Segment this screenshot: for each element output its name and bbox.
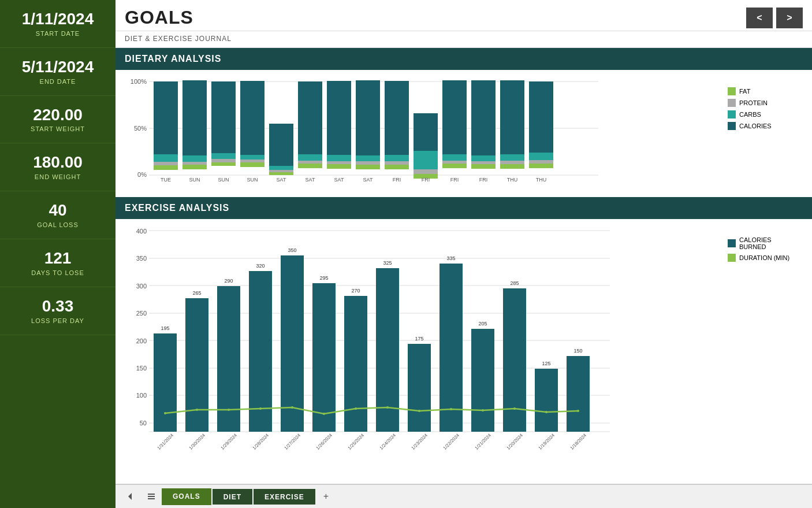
svg-rect-24 <box>240 162 265 167</box>
svg-text:1/27/2024: 1/27/2024 <box>284 432 302 450</box>
svg-point-139 <box>291 406 293 409</box>
sidebar-goal-loss: 40 GOAL LOSS <box>0 191 116 239</box>
hamburger-icon[interactable] <box>141 488 162 505</box>
tab-goals[interactable]: GOALS <box>162 488 211 505</box>
svg-rect-18 <box>211 159 236 162</box>
svg-point-148 <box>577 410 579 412</box>
svg-rect-33 <box>298 161 322 164</box>
duration-legend-box <box>728 254 736 262</box>
svg-rect-39 <box>327 164 351 169</box>
legend-calories-burned: CALORIESBURNED <box>728 236 797 250</box>
nav-next-button[interactable]: > <box>776 8 803 28</box>
svg-rect-73 <box>529 160 553 164</box>
svg-text:TUE: TUE <box>161 177 171 183</box>
svg-text:1/23/2024: 1/23/2024 <box>411 432 429 450</box>
svg-text:FRI: FRI <box>422 177 430 183</box>
tab-bar: GOALS DIET EXERCISE + <box>116 484 812 508</box>
carbs-legend-label: CARBS <box>739 111 761 118</box>
nav-prev-button[interactable]: < <box>746 8 773 28</box>
start-date-label: START DATE <box>6 30 110 37</box>
svg-rect-38 <box>327 161 351 164</box>
svg-rect-22 <box>240 155 265 160</box>
svg-text:SUN: SUN <box>247 177 258 183</box>
tab-exercise[interactable]: EXERCISE <box>254 489 315 505</box>
svg-text:1/25/2024: 1/25/2024 <box>347 432 366 450</box>
start-weight-value: 220.00 <box>6 106 110 124</box>
svg-rect-9 <box>154 165 178 170</box>
svg-text:1/28/2024: 1/28/2024 <box>252 432 270 450</box>
svg-text:175: 175 <box>415 336 423 342</box>
svg-point-146 <box>513 407 516 410</box>
svg-text:1/19/2024: 1/19/2024 <box>538 432 556 450</box>
svg-text:265: 265 <box>192 290 201 296</box>
app-container: 1/11/2024 START DATE 5/11/2024 END DATE … <box>0 0 812 508</box>
svg-rect-47 <box>385 155 409 161</box>
legend-fat: FAT <box>728 87 797 95</box>
journal-label: DIET & EXERCISE JOURNAL <box>116 31 812 48</box>
svg-marker-149 <box>128 493 132 500</box>
svg-rect-43 <box>356 161 380 165</box>
svg-rect-72 <box>529 153 553 160</box>
svg-rect-48 <box>385 161 409 165</box>
tab-diet[interactable]: DIET <box>213 489 252 505</box>
svg-rect-13 <box>182 162 207 165</box>
svg-rect-31 <box>298 81 322 154</box>
svg-rect-66 <box>500 80 524 154</box>
loss-per-day-value: 0.33 <box>6 298 110 316</box>
svg-text:100%: 100% <box>131 78 147 85</box>
svg-point-142 <box>386 406 389 409</box>
protein-legend-box <box>728 99 736 107</box>
fat-legend-label: FAT <box>739 88 750 95</box>
svg-rect-42 <box>356 155 380 161</box>
svg-point-147 <box>545 411 547 413</box>
svg-rect-61 <box>471 80 496 155</box>
svg-rect-21 <box>240 81 265 155</box>
scroll-left-icon[interactable] <box>120 488 141 505</box>
svg-text:250: 250 <box>136 310 147 317</box>
calories-burned-legend-box <box>728 239 736 247</box>
calories-legend-box <box>728 122 736 130</box>
svg-text:270: 270 <box>351 288 360 294</box>
calories-legend-label: CALORIES <box>739 123 772 129</box>
dietary-chart-svg: 100% 50% 0% <box>125 76 598 186</box>
svg-text:125: 125 <box>542 361 550 366</box>
svg-rect-69 <box>500 164 524 169</box>
svg-rect-53 <box>414 169 438 174</box>
svg-text:195: 195 <box>161 325 169 331</box>
svg-text:200: 200 <box>136 338 147 344</box>
legend-carbs: CARBS <box>728 110 797 118</box>
carbs-legend-box <box>728 110 736 118</box>
svg-rect-129 <box>535 369 558 432</box>
svg-rect-36 <box>327 81 351 155</box>
svg-rect-63 <box>471 161 496 164</box>
add-tab-button[interactable]: + <box>316 488 336 505</box>
svg-rect-17 <box>211 153 236 159</box>
exercise-chart-container: 400 350 300 250 200 150 100 50 <box>116 219 812 462</box>
svg-text:SAT: SAT <box>277 177 286 183</box>
svg-text:FRI: FRI <box>479 177 488 183</box>
sidebar: 1/11/2024 START DATE 5/11/2024 END DATE … <box>0 0 116 508</box>
svg-rect-120 <box>439 264 463 432</box>
legend-calories: CALORIES <box>728 122 797 130</box>
svg-text:SAT: SAT <box>334 177 344 183</box>
svg-text:1/24/2024: 1/24/2024 <box>379 432 397 450</box>
svg-rect-111 <box>344 296 367 432</box>
svg-rect-34 <box>298 164 322 168</box>
svg-text:150: 150 <box>136 365 147 372</box>
svg-text:THU: THU <box>536 177 547 183</box>
svg-text:FRI: FRI <box>450 177 459 183</box>
main-area: 1/11/2024 START DATE 5/11/2024 END DATE … <box>0 0 812 508</box>
svg-rect-68 <box>500 161 524 164</box>
svg-text:1/18/2024: 1/18/2024 <box>569 432 588 450</box>
svg-rect-26 <box>269 124 293 166</box>
svg-text:1/31/2024: 1/31/2024 <box>157 432 175 450</box>
svg-rect-51 <box>414 113 438 151</box>
dietary-chart-container: 100% 50% 0% <box>116 70 812 197</box>
svg-text:350: 350 <box>288 247 296 253</box>
svg-rect-67 <box>500 154 524 161</box>
sidebar-start-date: 1/11/2024 START DATE <box>0 0 116 48</box>
exercise-section-header: EXERCISE ANALYSIS <box>116 197 812 219</box>
svg-point-138 <box>259 407 262 410</box>
svg-text:1/22/2024: 1/22/2024 <box>442 432 461 450</box>
svg-rect-14 <box>182 165 207 169</box>
